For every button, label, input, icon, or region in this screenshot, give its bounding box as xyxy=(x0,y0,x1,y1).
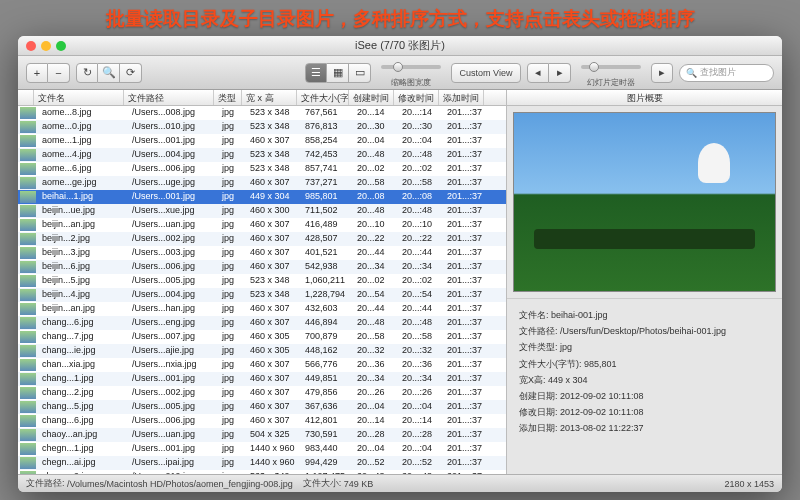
thumb-icon xyxy=(20,429,36,441)
thumb-icon xyxy=(20,275,36,287)
thumb-icon xyxy=(20,247,36,259)
table-row[interactable]: beijin...2.jpg/Users...002.jpgjpg460 x 3… xyxy=(18,232,506,246)
table-row[interactable]: beihai...1.jpg/Users...001.jpgjpg449 x 3… xyxy=(18,190,506,204)
search-input[interactable]: 🔍 查找图片 xyxy=(679,64,774,82)
titlebar[interactable]: iSee (7/70 张图片) xyxy=(18,36,782,56)
col-type[interactable]: 类型 xyxy=(214,90,242,105)
col-modified[interactable]: 修改时间 xyxy=(394,90,439,105)
refresh-button[interactable]: ⟳ xyxy=(120,63,142,83)
thumb-icon xyxy=(20,331,36,343)
status-bar: 文件路径: /Volumes/Macintosh HD/Photos/aomen… xyxy=(18,474,782,492)
marketing-banner: 批量读取目录及子目录图片，多种排序方式，支持点击表头或拖拽排序 xyxy=(0,6,800,32)
table-row[interactable]: chegn...ai.jpg/Users...ipai.jpgjpg1440 x… xyxy=(18,456,506,470)
next-button[interactable]: ▸ xyxy=(549,63,571,83)
play-button[interactable]: ▸ xyxy=(651,63,673,83)
table-row[interactable]: beijin...ue.jpg/Users...xue.jpgjpg460 x … xyxy=(18,204,506,218)
toolbar: + − ↻ 🔍 ⟳ ☰ ▦ ▭ 缩略图宽度 Custom View ◂ ▸ 幻灯… xyxy=(18,56,782,90)
thumb-icon xyxy=(20,121,36,133)
table-row[interactable]: beijin...6.jpg/Users...006.jpgjpg460 x 3… xyxy=(18,260,506,274)
thumb-icon xyxy=(20,205,36,217)
thumb-icon xyxy=(20,345,36,357)
col-path[interactable]: 文件路径 xyxy=(124,90,214,105)
col-created[interactable]: 创建时间 xyxy=(349,90,394,105)
file-table: 文件名 文件路径 类型 宽 x 高 文件大小(字... 创建时间 修改时间 添加… xyxy=(18,90,506,474)
thumb-icon xyxy=(20,135,36,147)
custom-view-button[interactable]: Custom View xyxy=(451,63,521,83)
thumb-icon xyxy=(20,163,36,175)
table-row[interactable]: chang...6.jpg/Users...006.jpgjpg460 x 30… xyxy=(18,414,506,428)
table-row[interactable]: aome...0.jpg/Users...010.jpgjpg523 x 348… xyxy=(18,120,506,134)
thumb-icon xyxy=(20,233,36,245)
table-row[interactable]: chang...1.jpg/Users...001.jpgjpg460 x 30… xyxy=(18,372,506,386)
view-grid-button[interactable]: ▦ xyxy=(327,63,349,83)
view-list-button[interactable]: ☰ xyxy=(305,63,327,83)
col-size[interactable]: 文件大小(字... xyxy=(297,90,349,105)
search-icon: 🔍 xyxy=(686,68,697,78)
preview-info: 文件名: beihai-001.jpg 文件路径: /Users/fun/Des… xyxy=(507,298,782,474)
thumb-icon xyxy=(20,443,36,455)
thumb-icon xyxy=(20,107,36,119)
table-header[interactable]: 文件名 文件路径 类型 宽 x 高 文件大小(字... 创建时间 修改时间 添加… xyxy=(18,90,506,106)
table-row[interactable]: aome...ge.jpg/Users...uge.jpgjpg460 x 30… xyxy=(18,176,506,190)
thumb-icon xyxy=(20,359,36,371)
table-row[interactable]: chang...6.jpg/Users...eng.jpgjpg460 x 30… xyxy=(18,316,506,330)
table-row[interactable]: aome...4.jpg/Users...004.jpgjpg523 x 348… xyxy=(18,148,506,162)
thumb-width-slider[interactable] xyxy=(381,65,441,69)
table-body[interactable]: aome...8.jpg/Users...008.jpgjpg523 x 348… xyxy=(18,106,506,474)
thumb-icon xyxy=(20,415,36,427)
col-dim[interactable]: 宽 x 高 xyxy=(242,90,297,105)
thumb-icon xyxy=(20,401,36,413)
search-button[interactable]: 🔍 xyxy=(98,63,120,83)
thumb-icon xyxy=(20,373,36,385)
table-row[interactable]: beijin...an.jpg/Users...uan.jpgjpg460 x … xyxy=(18,218,506,232)
table-row[interactable]: chegn...1.jpg/Users...001.jpgjpg1440 x 9… xyxy=(18,442,506,456)
search-placeholder: 查找图片 xyxy=(700,66,736,79)
table-row[interactable]: aome...1.jpg/Users...001.jpgjpg460 x 307… xyxy=(18,134,506,148)
thumb-icon xyxy=(20,289,36,301)
thumb-icon xyxy=(20,191,36,203)
slideshow-timer-slider[interactable] xyxy=(581,65,641,69)
col-added[interactable]: 添加时间 xyxy=(439,90,484,105)
table-row[interactable]: chang...2.jpg/Users...002.jpgjpg460 x 30… xyxy=(18,386,506,400)
add-button[interactable]: + xyxy=(26,63,48,83)
thumb-icon xyxy=(20,317,36,329)
table-row[interactable]: aome...6.jpg/Users...006.jpgjpg523 x 348… xyxy=(18,162,506,176)
thumb-icon xyxy=(20,261,36,273)
table-row[interactable]: chang...5.jpg/Users...005.jpgjpg460 x 30… xyxy=(18,400,506,414)
remove-button[interactable]: − xyxy=(48,63,70,83)
thumb-icon xyxy=(20,387,36,399)
thumb-icon xyxy=(20,177,36,189)
app-window: iSee (7/70 张图片) + − ↻ 🔍 ⟳ ☰ ▦ ▭ 缩略图宽度 Cu… xyxy=(18,36,782,492)
table-row[interactable]: beijin...3.jpg/Users...003.jpgjpg460 x 3… xyxy=(18,246,506,260)
thumb-icon xyxy=(20,457,36,469)
thumb-icon xyxy=(20,149,36,161)
preview-header: 图片概要 xyxy=(507,90,782,106)
prev-button[interactable]: ◂ xyxy=(527,63,549,83)
table-row[interactable]: chan...xia.jpg/Users...nxia.jpgjpg460 x … xyxy=(18,358,506,372)
rotate-button[interactable]: ↻ xyxy=(76,63,98,83)
table-row[interactable]: aome...8.jpg/Users...008.jpgjpg523 x 348… xyxy=(18,106,506,120)
table-row[interactable]: beijin...4.jpg/Users...004.jpgjpg523 x 3… xyxy=(18,288,506,302)
table-row[interactable]: beijin...5.jpg/Users...005.jpgjpg523 x 3… xyxy=(18,274,506,288)
preview-panel: 图片概要 文件名: beihai-001.jpg 文件路径: /Users/fu… xyxy=(506,90,782,474)
table-row[interactable]: chang...ie.jpg/Users...ajie.jpgjpg460 x … xyxy=(18,344,506,358)
table-row[interactable]: chaoy...an.jpg/Users...uan.jpgjpg504 x 3… xyxy=(18,428,506,442)
thumb-icon xyxy=(20,219,36,231)
slideshow-timer-label: 幻灯片定时器 xyxy=(587,77,635,88)
thumb-icon xyxy=(20,303,36,315)
thumb-width-label: 缩略图宽度 xyxy=(391,77,431,88)
view-cover-button[interactable]: ▭ xyxy=(349,63,371,83)
preview-image xyxy=(513,112,776,292)
col-name[interactable]: 文件名 xyxy=(34,90,124,105)
table-row[interactable]: chang...7.jpg/Users...007.jpgjpg460 x 30… xyxy=(18,330,506,344)
table-row[interactable]: beijin...an.jpg/Users...han.jpgjpg460 x … xyxy=(18,302,506,316)
window-title: iSee (7/70 张图片) xyxy=(18,38,782,53)
